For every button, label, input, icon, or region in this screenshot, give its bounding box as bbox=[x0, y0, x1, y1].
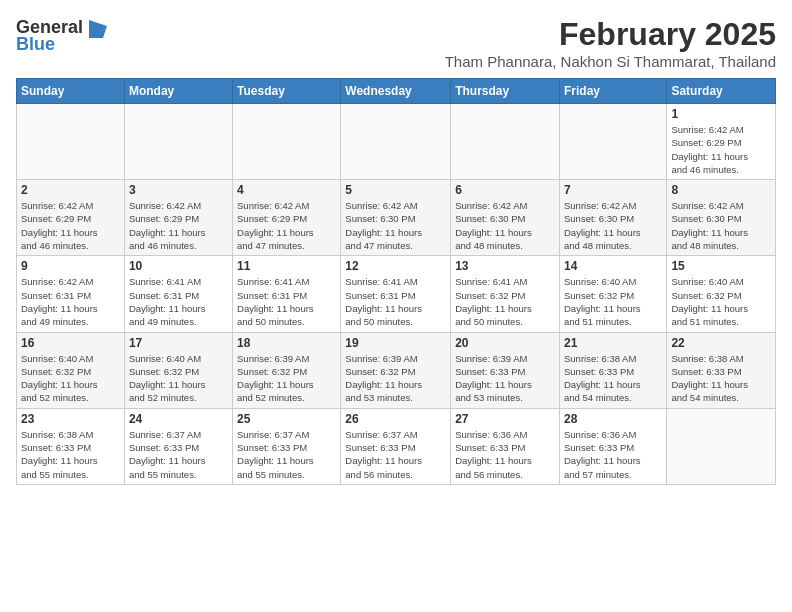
location-subtitle: Tham Phannara, Nakhon Si Thammarat, Thai… bbox=[445, 53, 776, 70]
day-info: Sunrise: 6:39 AM Sunset: 6:32 PM Dayligh… bbox=[345, 352, 446, 405]
day-info: Sunrise: 6:42 AM Sunset: 6:30 PM Dayligh… bbox=[564, 199, 662, 252]
calendar-cell: 25Sunrise: 6:37 AM Sunset: 6:33 PM Dayli… bbox=[233, 408, 341, 484]
day-info: Sunrise: 6:42 AM Sunset: 6:29 PM Dayligh… bbox=[237, 199, 336, 252]
day-number: 10 bbox=[129, 259, 228, 273]
header-thursday: Thursday bbox=[451, 79, 560, 104]
calendar-cell bbox=[124, 104, 232, 180]
calendar-cell: 4Sunrise: 6:42 AM Sunset: 6:29 PM Daylig… bbox=[233, 180, 341, 256]
calendar-cell: 8Sunrise: 6:42 AM Sunset: 6:30 PM Daylig… bbox=[667, 180, 776, 256]
header-monday: Monday bbox=[124, 79, 232, 104]
day-number: 17 bbox=[129, 336, 228, 350]
calendar-week-row: 1Sunrise: 6:42 AM Sunset: 6:29 PM Daylig… bbox=[17, 104, 776, 180]
calendar-cell: 16Sunrise: 6:40 AM Sunset: 6:32 PM Dayli… bbox=[17, 332, 125, 408]
day-number: 15 bbox=[671, 259, 771, 273]
day-info: Sunrise: 6:40 AM Sunset: 6:32 PM Dayligh… bbox=[129, 352, 228, 405]
logo-bird-icon bbox=[85, 16, 107, 38]
day-number: 26 bbox=[345, 412, 446, 426]
day-info: Sunrise: 6:39 AM Sunset: 6:33 PM Dayligh… bbox=[455, 352, 555, 405]
day-number: 9 bbox=[21, 259, 120, 273]
calendar-week-row: 2Sunrise: 6:42 AM Sunset: 6:29 PM Daylig… bbox=[17, 180, 776, 256]
calendar-cell: 6Sunrise: 6:42 AM Sunset: 6:30 PM Daylig… bbox=[451, 180, 560, 256]
day-info: Sunrise: 6:42 AM Sunset: 6:30 PM Dayligh… bbox=[671, 199, 771, 252]
calendar-week-row: 23Sunrise: 6:38 AM Sunset: 6:33 PM Dayli… bbox=[17, 408, 776, 484]
day-info: Sunrise: 6:38 AM Sunset: 6:33 PM Dayligh… bbox=[564, 352, 662, 405]
day-number: 14 bbox=[564, 259, 662, 273]
day-number: 13 bbox=[455, 259, 555, 273]
day-number: 7 bbox=[564, 183, 662, 197]
calendar-cell: 7Sunrise: 6:42 AM Sunset: 6:30 PM Daylig… bbox=[559, 180, 666, 256]
day-number: 19 bbox=[345, 336, 446, 350]
page-header: General Blue February 2025 Tham Phannara… bbox=[16, 16, 776, 70]
calendar-cell: 12Sunrise: 6:41 AM Sunset: 6:31 PM Dayli… bbox=[341, 256, 451, 332]
header-friday: Friday bbox=[559, 79, 666, 104]
day-info: Sunrise: 6:41 AM Sunset: 6:32 PM Dayligh… bbox=[455, 275, 555, 328]
calendar-cell bbox=[559, 104, 666, 180]
calendar-table: SundayMondayTuesdayWednesdayThursdayFrid… bbox=[16, 78, 776, 485]
day-info: Sunrise: 6:42 AM Sunset: 6:29 PM Dayligh… bbox=[21, 199, 120, 252]
day-info: Sunrise: 6:42 AM Sunset: 6:31 PM Dayligh… bbox=[21, 275, 120, 328]
calendar-cell: 11Sunrise: 6:41 AM Sunset: 6:31 PM Dayli… bbox=[233, 256, 341, 332]
calendar-cell: 3Sunrise: 6:42 AM Sunset: 6:29 PM Daylig… bbox=[124, 180, 232, 256]
calendar-cell: 9Sunrise: 6:42 AM Sunset: 6:31 PM Daylig… bbox=[17, 256, 125, 332]
day-info: Sunrise: 6:41 AM Sunset: 6:31 PM Dayligh… bbox=[345, 275, 446, 328]
day-number: 12 bbox=[345, 259, 446, 273]
calendar-cell: 22Sunrise: 6:38 AM Sunset: 6:33 PM Dayli… bbox=[667, 332, 776, 408]
calendar-cell: 2Sunrise: 6:42 AM Sunset: 6:29 PM Daylig… bbox=[17, 180, 125, 256]
day-number: 21 bbox=[564, 336, 662, 350]
calendar-cell: 20Sunrise: 6:39 AM Sunset: 6:33 PM Dayli… bbox=[451, 332, 560, 408]
day-info: Sunrise: 6:42 AM Sunset: 6:30 PM Dayligh… bbox=[455, 199, 555, 252]
calendar-cell: 15Sunrise: 6:40 AM Sunset: 6:32 PM Dayli… bbox=[667, 256, 776, 332]
logo: General Blue bbox=[16, 16, 107, 55]
day-info: Sunrise: 6:37 AM Sunset: 6:33 PM Dayligh… bbox=[237, 428, 336, 481]
calendar-cell: 18Sunrise: 6:39 AM Sunset: 6:32 PM Dayli… bbox=[233, 332, 341, 408]
day-info: Sunrise: 6:40 AM Sunset: 6:32 PM Dayligh… bbox=[671, 275, 771, 328]
day-number: 16 bbox=[21, 336, 120, 350]
calendar-cell: 10Sunrise: 6:41 AM Sunset: 6:31 PM Dayli… bbox=[124, 256, 232, 332]
calendar-cell: 26Sunrise: 6:37 AM Sunset: 6:33 PM Dayli… bbox=[341, 408, 451, 484]
day-number: 22 bbox=[671, 336, 771, 350]
day-info: Sunrise: 6:38 AM Sunset: 6:33 PM Dayligh… bbox=[671, 352, 771, 405]
day-info: Sunrise: 6:39 AM Sunset: 6:32 PM Dayligh… bbox=[237, 352, 336, 405]
calendar-cell bbox=[667, 408, 776, 484]
calendar-cell: 17Sunrise: 6:40 AM Sunset: 6:32 PM Dayli… bbox=[124, 332, 232, 408]
calendar-cell bbox=[451, 104, 560, 180]
header-sunday: Sunday bbox=[17, 79, 125, 104]
day-info: Sunrise: 6:37 AM Sunset: 6:33 PM Dayligh… bbox=[345, 428, 446, 481]
day-info: Sunrise: 6:38 AM Sunset: 6:33 PM Dayligh… bbox=[21, 428, 120, 481]
day-info: Sunrise: 6:37 AM Sunset: 6:33 PM Dayligh… bbox=[129, 428, 228, 481]
day-info: Sunrise: 6:40 AM Sunset: 6:32 PM Dayligh… bbox=[21, 352, 120, 405]
header-wednesday: Wednesday bbox=[341, 79, 451, 104]
day-number: 4 bbox=[237, 183, 336, 197]
day-number: 28 bbox=[564, 412, 662, 426]
day-number: 23 bbox=[21, 412, 120, 426]
day-number: 2 bbox=[21, 183, 120, 197]
title-block: February 2025 Tham Phannara, Nakhon Si T… bbox=[445, 16, 776, 70]
day-info: Sunrise: 6:41 AM Sunset: 6:31 PM Dayligh… bbox=[129, 275, 228, 328]
day-info: Sunrise: 6:42 AM Sunset: 6:29 PM Dayligh… bbox=[671, 123, 771, 176]
day-number: 20 bbox=[455, 336, 555, 350]
day-number: 3 bbox=[129, 183, 228, 197]
day-number: 24 bbox=[129, 412, 228, 426]
svg-marker-0 bbox=[89, 20, 107, 38]
day-info: Sunrise: 6:36 AM Sunset: 6:33 PM Dayligh… bbox=[455, 428, 555, 481]
calendar-cell: 14Sunrise: 6:40 AM Sunset: 6:32 PM Dayli… bbox=[559, 256, 666, 332]
day-info: Sunrise: 6:41 AM Sunset: 6:31 PM Dayligh… bbox=[237, 275, 336, 328]
calendar-cell: 1Sunrise: 6:42 AM Sunset: 6:29 PM Daylig… bbox=[667, 104, 776, 180]
calendar-cell: 27Sunrise: 6:36 AM Sunset: 6:33 PM Dayli… bbox=[451, 408, 560, 484]
day-number: 6 bbox=[455, 183, 555, 197]
day-number: 25 bbox=[237, 412, 336, 426]
header-saturday: Saturday bbox=[667, 79, 776, 104]
calendar-header-row: SundayMondayTuesdayWednesdayThursdayFrid… bbox=[17, 79, 776, 104]
calendar-cell bbox=[17, 104, 125, 180]
logo-blue-text: Blue bbox=[16, 34, 55, 55]
calendar-cell: 23Sunrise: 6:38 AM Sunset: 6:33 PM Dayli… bbox=[17, 408, 125, 484]
day-number: 1 bbox=[671, 107, 771, 121]
month-year-title: February 2025 bbox=[445, 16, 776, 53]
calendar-cell: 24Sunrise: 6:37 AM Sunset: 6:33 PM Dayli… bbox=[124, 408, 232, 484]
calendar-cell: 5Sunrise: 6:42 AM Sunset: 6:30 PM Daylig… bbox=[341, 180, 451, 256]
day-info: Sunrise: 6:42 AM Sunset: 6:29 PM Dayligh… bbox=[129, 199, 228, 252]
calendar-week-row: 16Sunrise: 6:40 AM Sunset: 6:32 PM Dayli… bbox=[17, 332, 776, 408]
calendar-cell: 19Sunrise: 6:39 AM Sunset: 6:32 PM Dayli… bbox=[341, 332, 451, 408]
day-number: 8 bbox=[671, 183, 771, 197]
calendar-cell bbox=[233, 104, 341, 180]
